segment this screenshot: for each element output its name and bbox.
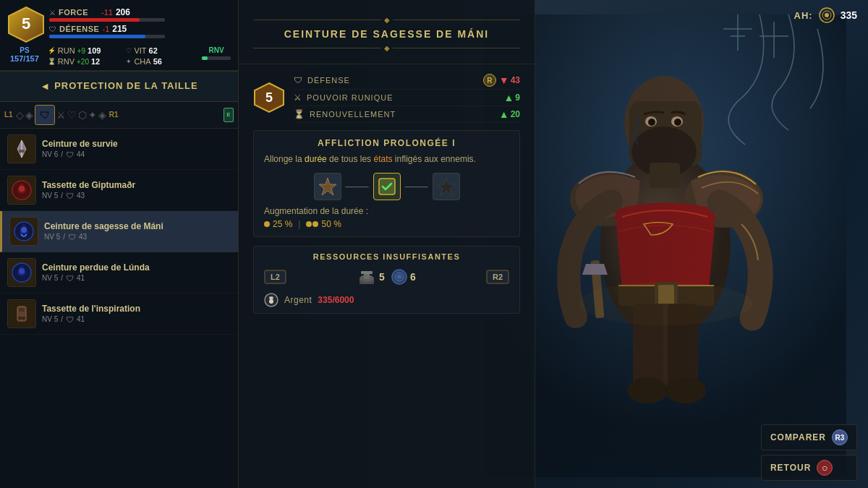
tab-shield[interactable]: 🛡 <box>35 105 55 125</box>
defense-bar <box>49 35 165 38</box>
svg-point-50 <box>269 299 273 304</box>
item-sub-1: NV 5 / 🛡 43 <box>42 192 231 200</box>
detail-title: CEINTURE DE SAGESSE DE MÁNI <box>253 28 520 40</box>
list-item[interactable]: Ceinture perdue de Lúnda NV 5 / 🛡 41 <box>0 252 238 294</box>
perk-icon-locked <box>433 173 460 200</box>
item-sub-3: NV 5 / 🛡 41 <box>42 274 231 283</box>
perk-icon-inactive <box>314 173 341 200</box>
force-value: 206 <box>116 7 130 17</box>
item-sub-0: NV 6 / 🛡 44 <box>42 150 231 159</box>
run-change: +9 <box>77 47 85 55</box>
bottom-ornament: ◆ <box>253 44 520 52</box>
left-panel: 5 ⚔ FORCE -11 206 🛡 DÉFENSE - <box>0 0 239 488</box>
item-info-4: Tassette de l'inspiration NV 5 / 🛡 41 <box>42 304 231 324</box>
equip-section-title: ◄ PROTECTION DE LA TAILLE <box>0 71 238 102</box>
run-label: RUN <box>58 46 75 55</box>
top-ornament: ◆ <box>253 16 520 24</box>
list-item-selected[interactable]: Ceinture de sagesse de Máni NV 5 / 🛡 43 <box>0 211 238 252</box>
perk-level1-value: 25 % <box>273 219 292 229</box>
dot-level1 <box>264 221 270 227</box>
detail-stat-defense: 🛡 DÉFENSE R ▼ 43 <box>294 72 520 90</box>
item-sub-4: NV 5 / 🛡 41 <box>42 315 231 324</box>
vit-value: 62 <box>149 46 158 55</box>
craft-anvil: 5 <box>357 267 385 287</box>
hud-label: AH: <box>794 10 813 21</box>
item-icon-1 <box>7 176 36 205</box>
equip-indicator: E <box>224 108 234 122</box>
cha-value: 56 <box>153 57 162 66</box>
dot-level2b <box>312 221 318 227</box>
item-name-2: Ceinture de sagesse de Máni <box>44 221 231 231</box>
defense-stat-value: ▼ 43 <box>499 74 520 86</box>
list-item[interactable]: Ceinture de survie NV 6 / 🛡 44 <box>0 129 238 170</box>
ps-label: PS <box>20 46 29 54</box>
ps-values: 157/157 <box>10 54 39 63</box>
vit-label: VIT <box>134 46 146 55</box>
renew-stat-value: ▲ 20 <box>499 108 520 120</box>
r3-button: R3 <box>832 429 848 445</box>
item-sub-2: NV 5 / 🛡 43 <box>44 233 231 241</box>
bottom-actions: COMPARER R3 RETOUR ○ <box>761 424 857 481</box>
perk-values: 25 % | 50 % <box>264 219 509 229</box>
equip-title: PROTECTION DE LA TAILLE <box>54 80 198 93</box>
svg-point-48 <box>397 275 401 279</box>
middle-panel: ◆ CEINTURE DE SAGESSE DE MÁNI ◆ 5 <box>239 0 535 488</box>
item-detail-header: ◆ CEINTURE DE SAGESSE DE MÁNI ◆ <box>239 0 535 64</box>
svg-rect-26 <box>19 150 25 153</box>
renew-stat-label: ⏳ RENOUVELLEMENT <box>294 109 396 119</box>
section-arrow: ◄ <box>40 80 50 92</box>
svg-rect-41 <box>379 179 395 194</box>
svg-point-53 <box>825 13 829 17</box>
r1-label: R1 <box>109 111 119 119</box>
item-icon-3 <box>7 258 36 287</box>
secondary-count: 6 <box>410 271 416 283</box>
perk-description: Allonge la durée de tous les états infli… <box>264 153 509 166</box>
svg-point-32 <box>21 227 27 233</box>
item-name-0: Ceinture de survie <box>42 139 231 149</box>
perk-icon-active <box>373 173 401 200</box>
item-icon-0 <box>7 134 36 163</box>
rnv-value: 12 <box>91 57 100 66</box>
argent-label: Argent <box>284 295 312 305</box>
defense-label: DÉFENSE <box>59 25 99 33</box>
r-badge: R <box>483 74 496 87</box>
defense-change: -1 <box>102 25 109 33</box>
defense-stat-label: 🛡 DÉFENSE <box>294 75 350 85</box>
item-info-0: Ceinture de survie NV 6 / 🛡 44 <box>42 139 231 159</box>
cha-label: CHA <box>134 57 150 66</box>
item-name-3: Ceinture perdue de Lúnda <box>42 262 231 273</box>
item-info-3: Ceinture perdue de Lúnda NV 5 / 🛡 41 <box>42 262 231 283</box>
item-icon-4 <box>7 299 36 328</box>
r2-button[interactable]: R2 <box>486 270 509 284</box>
item-info-2: Ceinture de sagesse de Máni NV 5 / 🛡 43 <box>44 221 231 241</box>
currency-icon <box>819 7 835 23</box>
top-right-hud: AH: 335 <box>794 7 857 23</box>
perk-icons-row: —— —— <box>264 173 509 200</box>
equipment-tabs: L1 ◇ ◈ 🛡 ⚔ ♡ ⬡ ✦ ◈ R1 E <box>0 102 238 129</box>
craft-count: 5 <box>379 271 385 283</box>
svg-text:5: 5 <box>265 90 273 105</box>
dot-level2a <box>306 221 312 227</box>
rnv-label: RNV <box>58 57 75 66</box>
detail-stat-renew: ⏳ RENOUVELLEMENT ▲ 20 <box>294 106 520 123</box>
compare-label: COMPARER <box>770 432 826 442</box>
list-item[interactable]: Tassette de Giptumaðr NV 5 / 🛡 43 <box>0 170 238 211</box>
l2-button[interactable]: L2 <box>264 270 286 284</box>
force-bar <box>49 18 165 22</box>
item-list: Ceinture de survie NV 6 / 🛡 44 <box>0 129 238 335</box>
stats-header: 5 ⚔ FORCE -11 206 🛡 DÉFENSE - <box>0 0 238 71</box>
perk-levels: Augmentation de la durée : <box>264 206 509 216</box>
item-name-4: Tassette de l'inspiration <box>42 304 231 314</box>
item-icon-2 <box>9 217 38 246</box>
item-info-1: Tassette de Giptumaðr NV 5 / 🛡 43 <box>42 180 231 200</box>
hud-value: 335 <box>841 9 857 21</box>
compare-action[interactable]: COMPARER R3 <box>761 424 857 450</box>
list-item[interactable]: Tassette de l'inspiration NV 5 / 🛡 41 <box>0 294 238 335</box>
force-label: FORCE <box>59 8 98 17</box>
runique-stat-label: ⚔ POUVOIR RUNIQUE <box>294 93 393 103</box>
argent-row: Argent 335/6000 <box>264 293 509 307</box>
return-label: RETOUR <box>770 463 811 473</box>
detail-stat-runique: ⚔ POUVOIR RUNIQUE ▲ 9 <box>294 90 520 106</box>
return-action[interactable]: RETOUR ○ <box>761 455 857 481</box>
perk-title: AFFLICTION PROLONGÉE I <box>264 138 509 148</box>
